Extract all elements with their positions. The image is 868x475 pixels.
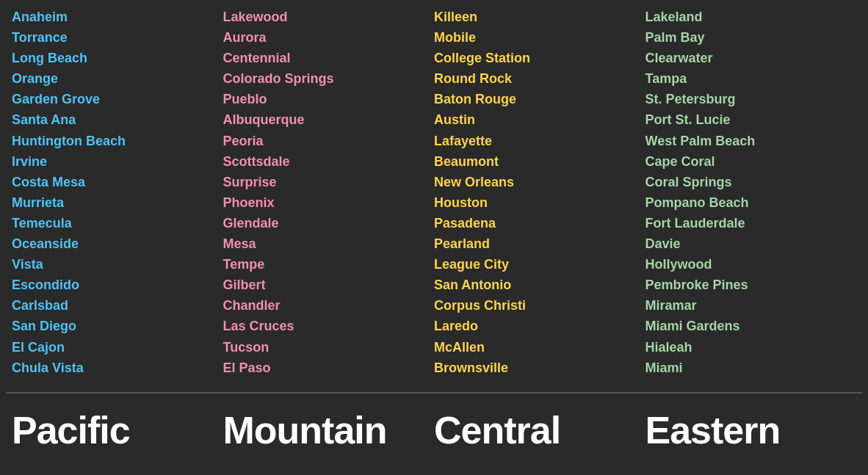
list-item[interactable]: Glendale xyxy=(223,214,435,233)
list-item[interactable]: Fort Lauderdale xyxy=(645,214,857,233)
list-item[interactable]: Phoenix xyxy=(223,193,435,212)
list-item[interactable]: Port St. Lucie xyxy=(645,110,857,129)
pacific-label: Pacific xyxy=(12,408,223,452)
list-item[interactable]: Corpus Christi xyxy=(434,296,645,315)
list-item[interactable]: Pompano Beach xyxy=(645,193,857,212)
list-item[interactable]: Carlsbad xyxy=(12,296,223,315)
list-item[interactable]: Chandler xyxy=(223,296,435,315)
list-item[interactable]: Miami xyxy=(645,358,857,377)
list-item[interactable]: Pembroke Pines xyxy=(645,275,857,294)
list-item[interactable]: St. Petersburg xyxy=(645,90,857,109)
list-item[interactable]: Tucson xyxy=(223,338,435,357)
list-item[interactable]: Oceanside xyxy=(12,234,223,253)
list-item[interactable]: West Palm Beach xyxy=(645,131,857,151)
mountain-label: Mountain xyxy=(223,408,435,452)
list-item[interactable]: Las Cruces xyxy=(223,316,435,336)
pacific-column: AnaheimTorranceLong BeachOrangeGarden Gr… xyxy=(12,7,223,377)
list-item[interactable]: Centennial xyxy=(223,48,435,68)
list-item[interactable]: Baton Rouge xyxy=(434,90,645,109)
list-item[interactable]: Tempe xyxy=(223,255,435,274)
list-item[interactable]: Round Rock xyxy=(434,69,645,88)
list-item[interactable]: Pasadena xyxy=(434,214,645,233)
list-item[interactable]: Anaheim xyxy=(12,7,223,26)
list-item[interactable]: Pearland xyxy=(434,234,645,253)
list-item[interactable]: Hialeah xyxy=(645,338,857,357)
list-item[interactable]: Cape Coral xyxy=(645,152,857,171)
list-item[interactable]: Clearwater xyxy=(645,48,857,68)
list-item[interactable]: Murrieta xyxy=(12,193,223,212)
eastern-label: Eastern xyxy=(645,408,857,452)
mountain-column: LakewoodAuroraCentennialColorado Springs… xyxy=(223,7,435,377)
list-item[interactable]: Temecula xyxy=(12,214,223,233)
list-item[interactable]: Escondido xyxy=(12,275,223,294)
footer-section: Pacific Mountain Central Eastern xyxy=(0,394,868,467)
list-item[interactable]: Long Beach xyxy=(12,48,223,68)
list-item[interactable]: Brownsville xyxy=(434,358,645,377)
central-column: KilleenMobileCollege StationRound RockBa… xyxy=(434,7,645,377)
list-item[interactable]: New Orleans xyxy=(434,173,645,192)
list-item[interactable]: Garden Grove xyxy=(12,90,223,109)
list-item[interactable]: McAllen xyxy=(434,338,645,357)
list-item[interactable]: Pueblo xyxy=(223,90,435,109)
list-item[interactable]: San Diego xyxy=(12,316,223,336)
list-item[interactable]: Huntington Beach xyxy=(12,131,223,151)
list-item[interactable]: Orange xyxy=(12,69,223,88)
list-item[interactable]: Scottsdale xyxy=(223,152,435,171)
list-item[interactable]: Lakewood xyxy=(223,7,435,26)
list-item[interactable]: Gilbert xyxy=(223,275,435,294)
list-item[interactable]: Laredo xyxy=(434,316,645,336)
list-item[interactable]: Torrance xyxy=(12,28,223,47)
list-item[interactable]: El Paso xyxy=(223,358,435,377)
list-item[interactable]: Lafayette xyxy=(434,131,645,151)
list-item[interactable]: Houston xyxy=(434,193,645,212)
main-container: AnaheimTorranceLong BeachOrangeGarden Gr… xyxy=(0,0,868,467)
list-item[interactable]: Coral Springs xyxy=(645,173,857,192)
list-item[interactable]: Austin xyxy=(434,110,645,129)
list-item[interactable]: Aurora xyxy=(223,28,435,47)
list-item[interactable]: San Antonio xyxy=(434,275,645,294)
list-item[interactable]: Miami Gardens xyxy=(645,316,857,336)
list-item[interactable]: Mesa xyxy=(223,234,435,253)
list-item[interactable]: Colorado Springs xyxy=(223,69,435,88)
list-item[interactable]: Lakeland xyxy=(645,7,857,26)
list-item[interactable]: Peoria xyxy=(223,131,435,151)
list-item[interactable]: Hollywood xyxy=(645,255,857,274)
list-item[interactable]: Davie xyxy=(645,234,857,253)
list-item[interactable]: Santa Ana xyxy=(12,110,223,129)
list-item[interactable]: Beaumont xyxy=(434,152,645,171)
list-item[interactable]: Palm Bay xyxy=(645,28,857,47)
list-item[interactable]: Tampa xyxy=(645,69,857,88)
list-item[interactable]: Surprise xyxy=(223,173,435,192)
list-item[interactable]: El Cajon xyxy=(12,338,223,357)
eastern-column: LakelandPalm BayClearwaterTampaSt. Peter… xyxy=(645,7,857,377)
list-item[interactable]: Killeen xyxy=(434,7,645,26)
list-item[interactable]: Albuquerque xyxy=(223,110,435,129)
list-item[interactable]: Vista xyxy=(12,255,223,274)
cities-section: AnaheimTorranceLong BeachOrangeGarden Gr… xyxy=(0,0,868,392)
list-item[interactable]: Mobile xyxy=(434,28,645,47)
list-item[interactable]: Costa Mesa xyxy=(12,173,223,192)
list-item[interactable]: Chula Vista xyxy=(12,358,223,377)
list-item[interactable]: College Station xyxy=(434,48,645,68)
list-item[interactable]: Irvine xyxy=(12,152,223,171)
list-item[interactable]: League City xyxy=(434,255,645,274)
central-label: Central xyxy=(434,408,645,452)
list-item[interactable]: Miramar xyxy=(645,296,857,315)
